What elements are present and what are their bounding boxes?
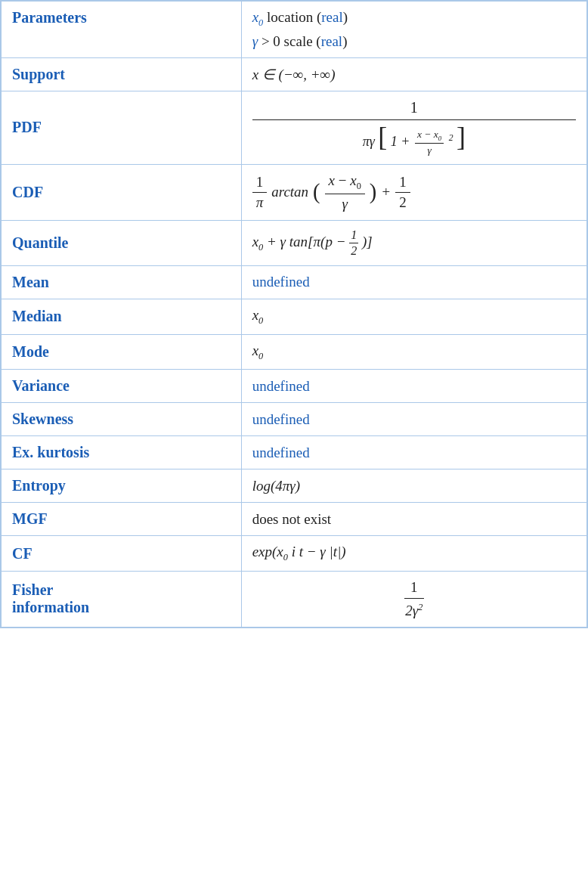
pdf-den-inner: 1 + x − x0 γ 2: [391, 134, 456, 149]
close-paren1: ): [343, 9, 348, 25]
cdf-inner-num: x − x0: [325, 172, 365, 194]
cdf-formula: 1 π arctan ( x − x0 γ ) + 1 2: [252, 172, 576, 212]
table-row: Mode x0: [1, 334, 587, 370]
cf-label-text: CF: [12, 545, 32, 562]
table-row: Parameters x0 location (real) γ > 0 scal…: [1, 1, 587, 57]
median-label-text: Median: [12, 308, 62, 324]
cdf-num2: 1: [395, 174, 410, 193]
support-label: Support: [1, 57, 241, 91]
variance-label: Variance: [1, 370, 241, 403]
variance-value: undefined: [241, 370, 587, 403]
variance-label-text: Variance: [12, 377, 70, 394]
skewness-label-text: Skewness: [12, 411, 73, 427]
table-row: PDF 1 πγ [ 1 + x − x0 γ 2: [1, 91, 587, 164]
big-lparen: (: [313, 181, 320, 203]
quantile-label-text: Quantile: [12, 234, 68, 251]
mean-label-text: Mean: [12, 274, 49, 290]
pdf-denominator: πγ [ 1 + x − x0 γ 2 ]: [363, 120, 466, 156]
table-row: Median x0: [1, 299, 587, 334]
support-value: x ∈ (−∞, +∞): [241, 57, 587, 91]
support-formula: x ∈ (−∞, +∞): [252, 67, 336, 82]
distribution-table: Parameters x0 location (real) γ > 0 scal…: [0, 0, 588, 628]
real-text2: real: [321, 33, 342, 49]
fisher-den: 2γ2: [405, 599, 422, 618]
entropy-label: Entropy: [1, 469, 241, 503]
fisher-num: 1: [404, 579, 424, 599]
kurtosis-label: Ex. kurtosis: [1, 436, 241, 469]
param-gamma: γ > 0 scale (real): [252, 33, 576, 50]
pdf-label-text: PDF: [12, 119, 42, 135]
param-value: x0 location (real) γ > 0 scale (real): [241, 1, 587, 57]
pdf-value: 1 πγ [ 1 + x − x0 γ 2 ]: [241, 91, 587, 164]
q-den: 2: [349, 243, 358, 258]
param-label-text: Parameters: [12, 9, 87, 26]
x0-symbol: x0: [252, 9, 264, 25]
table-row: Variance undefined: [1, 370, 587, 403]
inner-frac: x − x0 γ: [415, 129, 444, 156]
cdf-inner-frac: x − x0 γ: [325, 172, 365, 212]
entropy-formula: log(4πγ): [252, 478, 300, 494]
param-label: Parameters: [1, 1, 241, 57]
mode-value: x0: [241, 334, 587, 370]
fisher-label-text: Fisherinformation: [12, 581, 89, 615]
arctan-text: arctan: [271, 184, 308, 200]
skewness-value-text: undefined: [252, 411, 310, 427]
mean-value: undefined: [241, 265, 587, 299]
pdf-formula: 1 πγ [ 1 + x − x0 γ 2 ]: [252, 99, 576, 156]
kurtosis-value-text: undefined: [252, 445, 310, 460]
median-formula: x0: [252, 307, 264, 323]
median-value: x0: [241, 299, 587, 334]
support-label-text: Support: [12, 66, 65, 82]
mean-value-text: undefined: [252, 274, 310, 290]
location-text: location (: [267, 9, 321, 25]
table-row: Ex. kurtosis undefined: [1, 436, 587, 469]
entropy-label-text: Entropy: [12, 477, 66, 494]
cdf-num1: 1: [252, 174, 268, 193]
skewness-label: Skewness: [1, 403, 241, 436]
cdf-den1: π: [252, 193, 268, 211]
cf-label: CF: [1, 536, 241, 572]
cdf-frac2: 1 2: [395, 174, 410, 211]
mode-label-text: Mode: [12, 343, 49, 360]
cdf-den2: 2: [395, 193, 410, 211]
kurtosis-value: undefined: [241, 436, 587, 469]
plus-text: +: [381, 184, 391, 200]
squared: 2: [449, 133, 453, 143]
skewness-value: undefined: [241, 403, 587, 436]
close-paren2: ): [342, 33, 347, 49]
mgf-value-text: does not exist: [252, 511, 332, 527]
table-row: CF exp(x0 i t − γ |t|): [1, 536, 587, 572]
q-frac: 1 2: [349, 228, 358, 258]
fisher-label: Fisherinformation: [1, 572, 241, 628]
gamma-symbol: γ: [252, 33, 258, 49]
cdf-frac1: 1 π: [252, 174, 268, 211]
right-bracket: ]: [456, 122, 466, 152]
q-num: 1: [349, 228, 358, 243]
cdf-value: 1 π arctan ( x − x0 γ ) + 1 2: [241, 165, 587, 221]
cdf-label-text: CDF: [12, 184, 43, 200]
cf-formula: exp(x0 i t − γ |t|): [252, 544, 346, 559]
kurtosis-label-text: Ex. kurtosis: [12, 444, 89, 460]
real-text1: real: [321, 9, 342, 25]
quantile-value: x0 + γ tan[π(p − 1 2 )]: [241, 220, 587, 265]
mgf-label: MGF: [1, 503, 241, 536]
variance-value-text: undefined: [252, 378, 310, 394]
table-row: Mean undefined: [1, 265, 587, 299]
mgf-value: does not exist: [241, 503, 587, 536]
pdf-numerator: 1: [252, 99, 576, 120]
cdf-inner-den: γ: [338, 194, 351, 212]
cdf-label: CDF: [1, 165, 241, 221]
table-row: Quantile x0 + γ tan[π(p − 1 2 )]: [1, 220, 587, 265]
pdf-den-text: πγ: [363, 134, 379, 149]
quantile-label: Quantile: [1, 220, 241, 265]
mgf-label-text: MGF: [12, 510, 48, 527]
table-row: Entropy log(4πγ): [1, 469, 587, 503]
mode-label: Mode: [1, 334, 241, 370]
table-row: MGF does not exist: [1, 503, 587, 536]
mode-formula: x0: [252, 342, 264, 358]
cf-value: exp(x0 i t − γ |t|): [241, 536, 587, 572]
table-row: CDF 1 π arctan ( x − x0 γ ) + 1 2: [1, 165, 587, 221]
param-x0: x0 location (real): [252, 9, 576, 29]
fisher-den-text: 2γ2: [405, 603, 422, 618]
pdf-label: PDF: [1, 91, 241, 164]
